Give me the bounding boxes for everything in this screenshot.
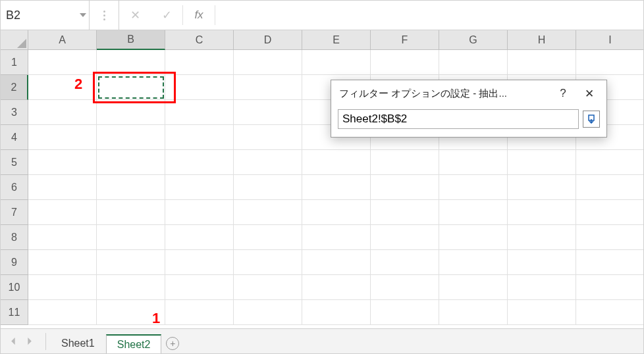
cell[interactable]	[97, 225, 165, 250]
cancel-formula-button[interactable]: ✕	[119, 1, 151, 30]
cell[interactable]	[371, 50, 439, 75]
dialog-close-button[interactable]: ✕	[576, 80, 603, 107]
row-header[interactable]: 8	[1, 225, 28, 250]
cell[interactable]	[302, 175, 371, 200]
cell[interactable]	[28, 300, 97, 325]
cell[interactable]	[576, 275, 644, 300]
cell[interactable]	[508, 175, 576, 200]
insert-function-button[interactable]: fx	[183, 1, 215, 30]
row-header[interactable]: 11	[1, 300, 28, 325]
cell[interactable]	[508, 200, 576, 225]
cell[interactable]	[371, 250, 439, 275]
cell[interactable]	[302, 300, 371, 325]
cell[interactable]	[28, 100, 97, 125]
select-all-corner[interactable]	[1, 30, 28, 50]
cell[interactable]	[165, 250, 234, 275]
row-header[interactable]: 10	[1, 275, 28, 300]
cell[interactable]	[165, 300, 234, 325]
cell[interactable]	[165, 100, 234, 125]
filter-options-dialog[interactable]: フィルター オプションの設定 - 抽出... ? ✕	[331, 80, 607, 138]
row-header[interactable]: 9	[1, 250, 28, 275]
cell[interactable]	[234, 100, 302, 125]
cell[interactable]	[302, 150, 371, 175]
cell[interactable]	[97, 250, 165, 275]
cell[interactable]	[234, 275, 302, 300]
name-box[interactable]	[1, 1, 76, 30]
cell[interactable]	[165, 175, 234, 200]
column-header[interactable]: D	[234, 30, 302, 50]
cell[interactable]	[165, 275, 234, 300]
column-header[interactable]: H	[508, 30, 576, 50]
cell[interactable]	[508, 225, 576, 250]
row-header[interactable]: 4	[1, 125, 28, 150]
cell[interactable]	[371, 150, 439, 175]
formula-input[interactable]	[215, 1, 643, 30]
row-header[interactable]: 7	[1, 200, 28, 225]
cell[interactable]	[28, 150, 97, 175]
cell[interactable]	[302, 200, 371, 225]
cell[interactable]	[97, 200, 165, 225]
cell[interactable]	[97, 300, 165, 325]
cell[interactable]	[165, 50, 234, 75]
cell[interactable]	[234, 125, 302, 150]
cell[interactable]	[576, 50, 644, 75]
cell[interactable]	[302, 50, 371, 75]
cell[interactable]	[234, 250, 302, 275]
cell[interactable]	[234, 50, 302, 75]
cell[interactable]	[28, 275, 97, 300]
cell[interactable]	[97, 125, 165, 150]
cell[interactable]	[234, 75, 302, 100]
cell[interactable]	[234, 150, 302, 175]
cell[interactable]	[576, 175, 644, 200]
cell[interactable]	[508, 250, 576, 275]
cell[interactable]	[371, 300, 439, 325]
formula-bar-grip[interactable]	[90, 1, 119, 30]
row-header[interactable]: 2	[1, 75, 28, 100]
row-header[interactable]: 6	[1, 175, 28, 200]
expand-dialog-button[interactable]	[583, 111, 600, 128]
cell[interactable]	[371, 275, 439, 300]
cell[interactable]	[97, 175, 165, 200]
cell[interactable]	[576, 150, 644, 175]
cell[interactable]	[371, 200, 439, 225]
accept-formula-button[interactable]: ✓	[151, 1, 182, 30]
add-sheet-button[interactable]: +	[161, 334, 184, 353]
sheet-tab[interactable]: Sheet1	[50, 334, 106, 353]
cell[interactable]	[234, 225, 302, 250]
row-header[interactable]: 3	[1, 100, 28, 125]
cell[interactable]	[28, 250, 97, 275]
column-header[interactable]: F	[371, 30, 439, 50]
cell[interactable]	[576, 225, 644, 250]
cell[interactable]	[508, 150, 576, 175]
row-header[interactable]: 5	[1, 150, 28, 175]
cell[interactable]	[371, 175, 439, 200]
cell[interactable]	[165, 75, 234, 100]
cell[interactable]	[302, 250, 371, 275]
cell[interactable]	[28, 50, 97, 75]
cell[interactable]	[97, 275, 165, 300]
column-header[interactable]: E	[302, 30, 371, 50]
tab-prev-button[interactable]	[6, 334, 20, 349]
column-header[interactable]: B	[97, 30, 165, 50]
dialog-help-button[interactable]: ?	[550, 80, 576, 107]
range-reference-input[interactable]	[338, 109, 579, 129]
cell[interactable]	[508, 50, 576, 75]
cell[interactable]	[508, 300, 576, 325]
dialog-titlebar[interactable]: フィルター オプションの設定 - 抽出... ? ✕	[331, 80, 606, 107]
cell[interactable]	[302, 275, 371, 300]
column-header[interactable]: C	[165, 30, 234, 50]
cell[interactable]	[439, 225, 508, 250]
cell[interactable]	[576, 200, 644, 225]
cell[interactable]	[439, 50, 508, 75]
cell[interactable]	[165, 150, 234, 175]
column-header[interactable]: G	[439, 30, 508, 50]
cell[interactable]	[576, 250, 644, 275]
cell[interactable]	[439, 275, 508, 300]
row-header[interactable]: 1	[1, 50, 28, 75]
cell[interactable]	[439, 200, 508, 225]
cell[interactable]	[165, 125, 234, 150]
cell[interactable]	[439, 175, 508, 200]
cell[interactable]	[439, 300, 508, 325]
cell[interactable]	[439, 150, 508, 175]
cell[interactable]	[28, 75, 97, 100]
